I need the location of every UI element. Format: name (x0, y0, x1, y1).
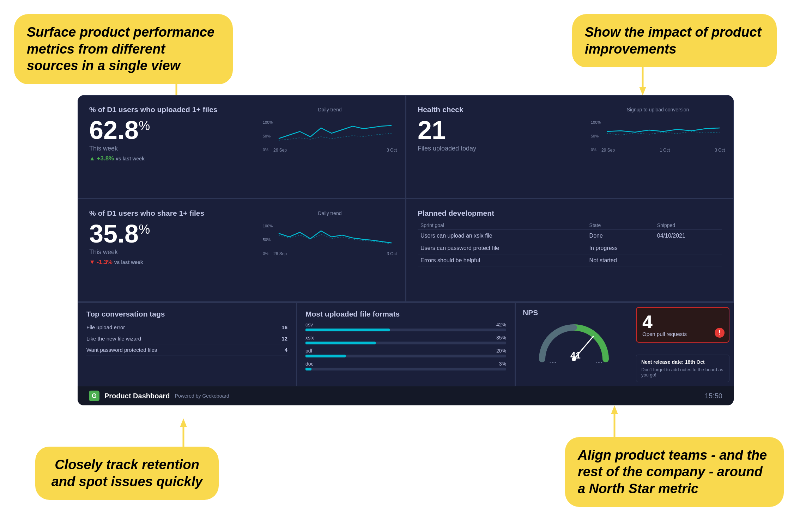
list-item: pdf 20% (305, 348, 506, 357)
share-line-chart (273, 217, 397, 249)
share-x-labels: 26 Sep 3 Oct (273, 251, 397, 256)
list-item: doc 3% (305, 361, 506, 370)
callout-top-right-text: Show the impact of product improvements (585, 25, 761, 56)
table-row: Users can upload an xslx file Done 04/10… (418, 230, 722, 242)
list-item: Want password protected files 4 (86, 344, 287, 356)
svg-marker-7 (611, 405, 618, 414)
health-check-value: 21 (418, 117, 476, 143)
col-sprint-goal: Sprint goal (418, 221, 587, 230)
geckoboard-logo: G (89, 391, 99, 401)
state-3: Not started (587, 255, 654, 267)
callout-bottom-left-text: Closely track retention and spot issues … (51, 457, 203, 489)
pull-requests-box: 4 Open pull requests ! (636, 307, 729, 343)
pr-label: Open pull requests (642, 331, 723, 337)
goal-1: Users can upload an xslx file (418, 230, 587, 242)
svg-text:41: 41 (570, 350, 581, 361)
nps-pr-cell: NPS -100 (515, 302, 734, 386)
list-item: xslx 35% (305, 335, 506, 344)
tag-count-1: 16 (281, 324, 287, 330)
format-name-pdf: pdf (305, 348, 312, 354)
warning-icon: ! (715, 328, 725, 338)
table-row: Users can password protect file In progr… (418, 242, 722, 255)
col-state: State (587, 221, 654, 230)
format-name-doc: doc (305, 361, 314, 367)
planned-dev-table: Sprint goal State Shipped Users can uplo… (418, 221, 722, 267)
format-pct-xslx: 35% (496, 335, 506, 341)
tag-name-1: File upload error (86, 324, 125, 330)
planned-dev-title: Planned development (418, 209, 722, 217)
upload-percent-value: 62.8% (89, 117, 150, 143)
bottom-row: Top conversation tags File upload error … (78, 302, 734, 386)
share-percent-cell: % of D1 users who share 1+ files 35.8% T… (78, 198, 406, 302)
callout-bottom-right: Align product teams - and the rest of th… (565, 437, 784, 507)
format-pct-doc: 3% (499, 361, 506, 367)
callout-bottom-right-text: Align product teams - and the rest of th… (578, 448, 767, 496)
upload-percent-cell: % of D1 users who uploaded 1+ files 62.8… (78, 95, 406, 198)
share-chart-title: Daily trend (263, 210, 397, 216)
shipped-1: 04/10/2021 (654, 230, 722, 242)
col-shipped: Shipped (654, 221, 722, 230)
footer-left: G Product Dashboard Powered by Geckoboar… (89, 391, 229, 401)
powered-by: Powered by Geckoboard (175, 393, 229, 399)
dashboard: % of D1 users who uploaded 1+ files 62.8… (78, 95, 734, 405)
share-y-labels: 100% 50% 0% (263, 224, 273, 256)
file-formats-title: Most uploaded file formats (305, 310, 506, 318)
callout-top-right: Show the impact of product improvements (572, 14, 777, 67)
share-percent-value: 35.8% (89, 221, 150, 246)
format-pct-pdf: 20% (496, 348, 506, 354)
upload-percent-trend: ▲ +3.8% vs last week (89, 155, 150, 162)
shipped-3 (654, 255, 722, 267)
callout-top-left-text: Surface product performance metrics from… (27, 25, 214, 73)
pr-number: 4 (642, 313, 723, 331)
health-chart-title: Signup to upload conversion (591, 107, 725, 112)
format-name-xslx: xslx (305, 335, 314, 341)
next-release-box: Next release date: 18th Oct Don't forget… (636, 355, 729, 382)
health-chart-area: Signup to upload conversion 100% 50% 0% (591, 107, 725, 156)
conversation-tags-cell: Top conversation tags File upload error … (78, 302, 296, 386)
nps-gauge-svg: -100 100 41 (535, 320, 613, 363)
list-item: csv 42% (305, 322, 506, 331)
state-1: Done (587, 230, 654, 242)
svg-text:-100: -100 (547, 361, 557, 363)
svg-marker-3 (639, 87, 646, 96)
planned-dev-cell: Planned development Sprint goal State Sh… (406, 198, 734, 302)
conversation-tags-title: Top conversation tags (86, 310, 287, 318)
callout-arrow-bottom-left (169, 418, 198, 450)
dashboard-footer: G Product Dashboard Powered by Geckoboar… (78, 386, 734, 405)
upload-x-labels: 26 Sep 3 Oct (273, 148, 397, 153)
pr-release-cell: 4 Open pull requests ! Next release date… (632, 303, 734, 386)
list-item: File upload error 16 (86, 322, 287, 333)
health-x-labels: 29 Sep 1 Oct 3 Oct (601, 148, 725, 153)
callout-arrow-top-right (629, 64, 657, 96)
callout-bottom-left: Closely track retention and spot issues … (35, 447, 219, 500)
goal-2: Users can password protect file (418, 242, 587, 255)
upload-percent-period: This week (89, 145, 150, 152)
dashboard-title: Product Dashboard (104, 392, 170, 400)
health-check-subtitle: Files uploaded today (418, 145, 476, 152)
callout-top-left: Surface product performance metrics from… (14, 14, 233, 84)
tag-name-2: Like the new file wizard (86, 336, 141, 342)
file-formats-cell: Most uploaded file formats csv 42% xslx … (296, 302, 515, 386)
next-release-title: Next release date: 18th Oct (641, 359, 724, 365)
upload-line-chart (273, 114, 397, 146)
svg-marker-5 (180, 418, 187, 427)
format-pct-csv: 42% (496, 322, 506, 327)
next-release-text: Don't forget to add notes to the board a… (641, 367, 724, 378)
upload-chart-title: Daily trend (263, 107, 397, 112)
tag-count-2: 12 (281, 336, 287, 342)
shipped-2 (654, 242, 722, 255)
nps-title: NPS (523, 308, 538, 317)
svg-text:100: 100 (595, 361, 603, 363)
share-percent-period: This week (89, 249, 150, 256)
format-name-csv: csv (305, 322, 313, 327)
share-chart-area: Daily trend 100% 50% 0% (263, 210, 397, 260)
health-y-labels: 100% 50% 0% (591, 120, 601, 152)
nps-cell: NPS -100 (516, 303, 632, 386)
nps-pr-inner: NPS -100 (516, 303, 734, 386)
tag-name-3: Want password protected files (86, 347, 157, 353)
health-line-chart (601, 114, 725, 146)
table-row: Errors should be helpful Not started (418, 255, 722, 267)
tag-count-3: 4 (285, 347, 287, 353)
share-percent-trend: ▼ -1.3% vs last week (89, 259, 150, 266)
upload-chart-area: Daily trend 100% 50% 0% (263, 107, 397, 156)
